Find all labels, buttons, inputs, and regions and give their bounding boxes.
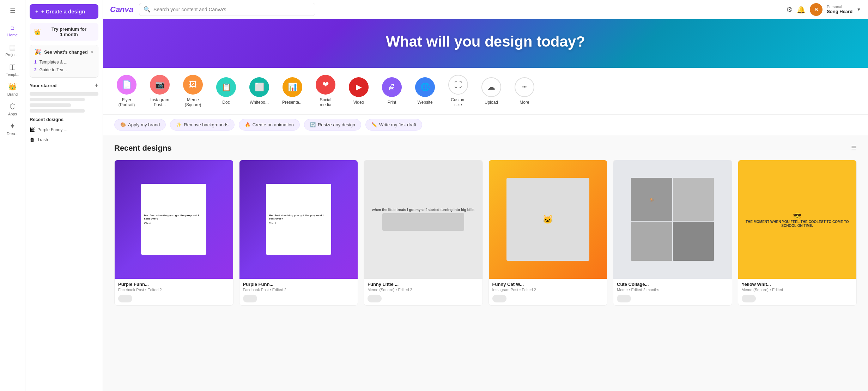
design-type-flyer[interactable]: 📄 Flyer(Portrait) <box>114 75 139 107</box>
sidebar-item-apps[interactable]: ⬡ Apps <box>0 99 25 119</box>
design-type-meme-icon: 🖼 <box>183 75 203 95</box>
close-whats-changed-button[interactable]: × <box>91 49 94 55</box>
change-item-2[interactable]: 2 Guide to Tea... <box>34 66 94 74</box>
sidebar-item-dreams[interactable]: ✦ Drea... <box>0 119 25 139</box>
design-card-6-actions <box>738 295 857 305</box>
quick-actions: 🎨 Apply my brand ✨ Remove backgrounds 🔥 … <box>103 115 868 135</box>
sidebar-item-brand[interactable]: 👑 Brand <box>0 79 25 99</box>
design-type-video-label: Video <box>353 100 364 105</box>
design-type-instagram[interactable]: 📷 InstagramPost... <box>147 75 172 107</box>
try-premium-text: Try premium for 1 month <box>44 26 94 37</box>
list-view-button[interactable]: ☰ <box>851 144 857 152</box>
sidebar-item-templates-label: Templ... <box>6 72 19 77</box>
sidebar-item-brand-label: Brand <box>7 92 18 96</box>
design-type-print-label: Print <box>388 100 396 105</box>
designs-grid: Me: Just checking you got the proposal I… <box>114 160 857 306</box>
share-pill-1[interactable] <box>118 295 132 302</box>
crown-icon: 👑 <box>34 29 41 35</box>
top-bar: Canva 🔍 ⚙ 🔔 S Personal Song Heard ▼ <box>103 0 868 19</box>
design-card-6[interactable]: 😎 THE MOMENT WHEN YOU FEEL THE COOLEST T… <box>738 160 857 306</box>
brand-chip-icon: 🎨 <box>120 122 126 127</box>
sidebar-item-projects-label: Projec... <box>5 53 19 57</box>
design-card-2-info: Purple Funn... Facebook Post • Edited 2 <box>239 279 358 295</box>
placeholder-line <box>30 103 71 107</box>
share-pill-4[interactable] <box>492 295 506 302</box>
share-pill-3[interactable] <box>368 295 382 302</box>
design-card-4-info: Funny Cat W... Instagram Post • Edited 2 <box>489 279 607 295</box>
search-bar[interactable]: 🔍 <box>139 3 315 16</box>
sidebar-recent-item-1[interactable]: 🖼 Purple Funny ... <box>30 125 98 135</box>
share-pill-5[interactable] <box>617 295 631 302</box>
design-card-2-actions <box>239 295 358 305</box>
quick-action-resize[interactable]: 🔄 Resize any design <box>304 119 361 131</box>
design-card-2-meta: Facebook Post • Edited 2 <box>243 288 354 292</box>
hamburger-icon[interactable]: ☰ <box>10 7 16 15</box>
settings-icon[interactable]: ⚙ <box>786 5 793 14</box>
design-card-5[interactable]: 🐒 Cute Collage... Meme • Edited 2 months <box>613 160 732 306</box>
animation-chip-icon: 🔥 <box>245 122 250 127</box>
search-input[interactable] <box>153 7 311 12</box>
share-pill-6[interactable] <box>742 295 756 302</box>
sidebar-item-templates[interactable]: ◫ Templ... <box>0 60 25 79</box>
quick-action-draft-label: Write my first draft <box>379 122 416 127</box>
design-type-print[interactable]: 🖨 Print <box>380 77 404 105</box>
design-type-video[interactable]: ▶ Video <box>346 77 371 105</box>
chevron-down-icon[interactable]: ▼ <box>857 7 861 12</box>
quick-action-brand[interactable]: 🎨 Apply my brand <box>114 119 166 131</box>
create-design-button[interactable]: + + Create a design <box>30 4 98 19</box>
add-starred-button[interactable]: + <box>95 82 98 89</box>
design-thumb-6: 😎 THE MOMENT WHEN YOU FEEL THE COOLEST T… <box>738 160 857 279</box>
design-type-upload-icon: ☁ <box>481 77 501 97</box>
quick-action-draft[interactable]: ✏️ Write my first draft <box>365 119 422 131</box>
starred-placeholder <box>30 92 98 113</box>
design-card-2[interactable]: Me: Just checking you got the proposal I… <box>239 160 358 306</box>
share-pill-2[interactable] <box>243 295 257 302</box>
design-type-social[interactable]: ❤ Socialmedia <box>313 75 338 107</box>
quick-action-animation[interactable]: 🔥 Create an animation <box>239 119 300 131</box>
design-card-3-info: Funny Little ... Meme (Square) • Edited … <box>364 279 482 295</box>
backgrounds-chip-icon: ✨ <box>176 122 182 127</box>
design-type-more[interactable]: ••• More <box>512 77 537 105</box>
sidebar-trash-item[interactable]: 🗑 Trash <box>30 135 98 145</box>
user-label: Personal <box>827 5 852 9</box>
dreams-icon: ✦ <box>10 122 16 130</box>
change-item-1[interactable]: 1 Templates & ... <box>34 58 94 66</box>
design-type-meme[interactable]: 🖼 Meme(Square) <box>181 75 205 107</box>
design-card-4-title: Funny Cat W... <box>492 282 604 287</box>
draft-chip-icon: ✏️ <box>371 122 377 127</box>
sidebar-item-home[interactable]: ⌂ Home <box>0 20 25 40</box>
design-card-3[interactable]: when the little treats I got myself star… <box>364 160 483 306</box>
quick-action-backgrounds[interactable]: ✨ Remove backgrounds <box>170 119 234 131</box>
hero-section: What will you design today? <box>103 19 868 68</box>
notifications-icon[interactable]: 🔔 <box>797 5 806 14</box>
design-thumb-4: 🐱 <box>489 160 607 279</box>
design-card-4[interactable]: 🐱 Funny Cat W... Instagram Post • Edited… <box>488 160 608 306</box>
sidebar-trash-label: Trash <box>37 137 48 142</box>
design-type-more-label: More <box>520 100 529 105</box>
sidebar: ☰ ⌂ Home ▦ Projec... ◫ Templ... 👑 Brand … <box>0 0 25 391</box>
design-type-whiteboard[interactable]: ⬜ Whitebo... <box>247 77 272 105</box>
design-card-4-meta: Instagram Post • Edited 2 <box>492 288 604 292</box>
design-type-doc[interactable]: 📋 Doc <box>214 77 238 105</box>
design-type-website[interactable]: 🌐 Website <box>413 77 437 105</box>
design-type-website-icon: 🌐 <box>415 77 435 97</box>
design-type-instagram-label: InstagramPost... <box>150 97 169 107</box>
try-premium-banner[interactable]: 👑 Try premium for 1 month <box>30 23 98 41</box>
design-card-1[interactable]: Me: Just checking you got the proposal I… <box>114 160 233 306</box>
design-card-4-actions <box>489 295 607 305</box>
design-type-presentation[interactable]: 📊 Presenta... <box>280 77 305 105</box>
avatar[interactable]: S <box>810 3 823 16</box>
design-card-3-meta: Meme (Square) • Edited 2 <box>368 288 479 292</box>
design-type-more-icon: ••• <box>515 77 534 97</box>
quick-action-animation-label: Create an animation <box>253 122 294 127</box>
design-type-custom[interactable]: ⛶ Customsize <box>446 75 471 107</box>
design-type-upload[interactable]: ☁ Upload <box>479 77 504 105</box>
design-type-meme-label: Meme(Square) <box>185 97 201 107</box>
design-card-2-title: Purple Funn... <box>243 282 354 287</box>
sidebar-item-projects[interactable]: ▦ Projec... <box>0 40 25 60</box>
design-type-whiteboard-label: Whitebo... <box>250 100 269 105</box>
design-type-print-icon: 🖨 <box>382 77 402 97</box>
sidebar-recent-section: Recent designs 🖼 Purple Funny ... 🗑 Tras… <box>30 117 98 145</box>
design-card-6-info: Yellow Whit... Meme (Square) • Edited <box>738 279 857 295</box>
design-type-whiteboard-icon: ⬜ <box>249 77 269 97</box>
